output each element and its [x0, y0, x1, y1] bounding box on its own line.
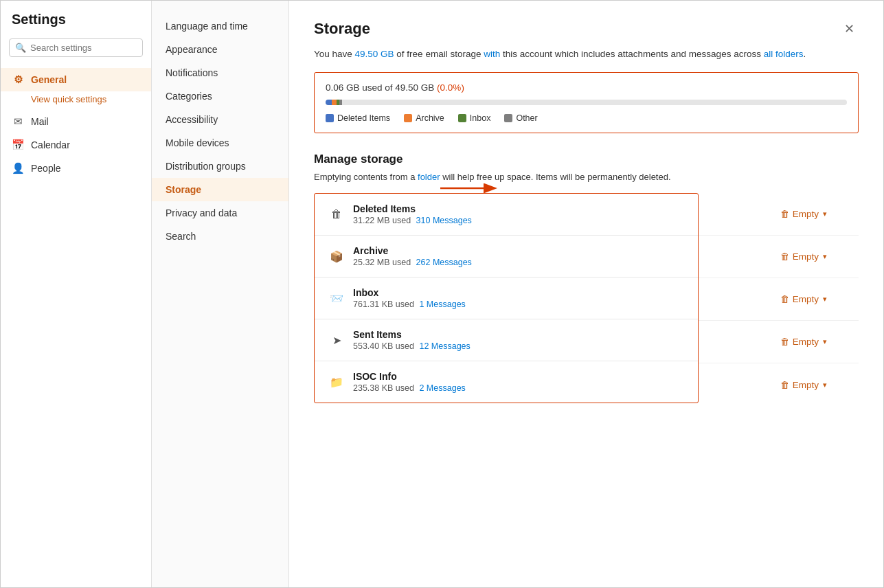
inbox-name: Inbox	[353, 287, 687, 298]
empty-button-isoc-info[interactable]: 🗑 Empty ▾	[776, 377, 831, 393]
legend-label-archive: Archive	[416, 113, 444, 123]
sidebar-mid-item-search[interactable]: Search	[152, 225, 288, 248]
bar-archive	[332, 100, 337, 105]
storage-used-text: 0.06 GB used of 49.50 GB (0.0%)	[326, 82, 847, 93]
inbox-icon: 📨	[326, 292, 348, 305]
sidebar-item-calendar[interactable]: 📅 Calendar	[1, 133, 151, 157]
empty-label-sent-items: Empty	[793, 337, 819, 347]
archive-info: Archive25.32 MB used 262 Messages	[348, 245, 687, 267]
folder-row-inbox: 📨Inbox761.31 KB used 1 Messages	[315, 278, 698, 319]
manage-storage-subtitle: Emptying contents from a folder will hel…	[314, 172, 859, 182]
bar-deleted-items	[326, 100, 332, 105]
sidebar-mid-item-distribution-groups[interactable]: Distribution groups	[152, 155, 288, 178]
sent-items-name: Sent Items	[353, 329, 687, 340]
sidebar-item-people[interactable]: 👤 People	[1, 157, 151, 180]
chevron-down-icon-deleted-items: ▾	[823, 210, 827, 218]
storage-used-percent: (0.0%)	[437, 82, 464, 93]
sidebar-mid-item-appearance[interactable]: Appearance	[152, 38, 288, 61]
folder-row-sent-items: ➤Sent Items553.40 KB used 12 Messages	[315, 319, 698, 361]
gear-icon: ⚙	[12, 74, 24, 86]
chevron-down-icon-inbox: ▾	[823, 295, 827, 304]
empty-label-archive: Empty	[793, 251, 819, 262]
legend-label-deleted: Deleted Items	[337, 113, 390, 123]
sidebar-mid-item-accessibility[interactable]: Accessibility	[152, 108, 288, 131]
archive-meta: 25.32 MB used 262 Messages	[353, 258, 687, 267]
empty-row-sent-items: 🗑 Empty ▾	[699, 321, 859, 363]
main-content: Storage ✕ You have 49.50 GB of free emai…	[289, 1, 883, 587]
mid-nav: Language and timeAppearanceNotifications…	[152, 14, 288, 248]
sent-items-info: Sent Items553.40 KB used 12 Messages	[348, 329, 687, 351]
trash-icon-inbox: 🗑	[780, 294, 790, 304]
page-title: Storage	[314, 20, 370, 38]
folder-list-box: 🗑Deleted Items31.22 MB used 310 Messages…	[314, 193, 699, 403]
legend-dot-deleted	[326, 114, 334, 122]
folder-row-isoc-info: 📁ISOC Info235.38 KB used 2 Messages	[315, 361, 698, 403]
legend-dot-other	[504, 114, 512, 122]
sidebar-item-general[interactable]: ⚙ General	[1, 68, 151, 91]
deleted-items-icon: 🗑	[326, 208, 348, 220]
search-icon: 🔍	[15, 43, 26, 53]
empty-row-deleted-items: 🗑 Empty ▾	[699, 193, 859, 236]
storage-intro-text: You have 49.50 GB of free email storage …	[314, 49, 806, 59]
search-settings-input[interactable]	[30, 43, 137, 53]
settings-title: Settings	[1, 12, 151, 38]
manage-storage-section: Manage storage Emptying contents from a …	[314, 152, 859, 406]
settings-window: Settings 🔍 ⚙ General View quick settings…	[0, 0, 884, 588]
empty-button-sent-items[interactable]: 🗑 Empty ▾	[776, 334, 831, 350]
chevron-down-icon-isoc-info: ▾	[823, 381, 827, 389]
inbox-info: Inbox761.31 KB used 1 Messages	[348, 287, 687, 309]
archive-icon: 📦	[326, 250, 348, 263]
legend-label-other: Other	[516, 113, 537, 123]
sidebar-mid-item-mobile-devices[interactable]: Mobile devices	[152, 131, 288, 155]
isoc-info-icon: 📁	[326, 376, 348, 389]
bar-other	[339, 100, 341, 105]
trash-icon-archive: 🗑	[780, 251, 790, 262]
trash-icon-deleted-items: 🗑	[780, 209, 790, 219]
left-nav: ⚙ General View quick settings ✉ Mail 📅 C…	[1, 65, 151, 183]
legend-other: Other	[504, 113, 537, 123]
empty-label-deleted-items: Empty	[793, 209, 819, 219]
close-button[interactable]: ✕	[840, 20, 859, 38]
storage-intro: You have 49.50 GB of free email storage …	[314, 47, 859, 61]
legend-label-inbox: Inbox	[470, 113, 491, 123]
sidebar-mid-item-privacy-and-data[interactable]: Privacy and data	[152, 201, 288, 225]
sidebar-item-general-label: General	[31, 74, 67, 85]
storage-legend: Deleted Items Archive Inbox Other	[326, 113, 847, 123]
isoc-info-meta: 235.38 KB used 2 Messages	[353, 383, 687, 393]
empty-button-archive[interactable]: 🗑 Empty ▾	[776, 249, 831, 264]
empty-button-inbox[interactable]: 🗑 Empty ▾	[776, 291, 831, 307]
deleted-items-meta: 31.22 MB used 310 Messages	[353, 216, 687, 225]
storage-bar-box: 0.06 GB used of 49.50 GB (0.0%) Deleted …	[314, 72, 859, 133]
legend-inbox: Inbox	[458, 113, 491, 123]
isoc-info-name: ISOC Info	[353, 371, 687, 382]
search-settings-box[interactable]: 🔍	[9, 38, 143, 57]
trash-icon-sent-items: 🗑	[780, 337, 790, 347]
empty-label-isoc-info: Empty	[793, 380, 819, 390]
sidebar-mid-item-storage[interactable]: Storage	[152, 178, 288, 201]
sent-items-icon: ➤	[326, 334, 348, 347]
chevron-down-icon-sent-items: ▾	[823, 337, 827, 346]
legend-deleted-items: Deleted Items	[326, 113, 390, 123]
deleted-items-name: Deleted Items	[353, 203, 687, 214]
folder-row-deleted-items: 🗑Deleted Items31.22 MB used 310 Messages	[315, 194, 698, 236]
sidebar-item-calendar-label: Calendar	[31, 139, 70, 150]
sidebar-mid-item-categories[interactable]: Categories	[152, 84, 288, 108]
empty-row-inbox: 🗑 Empty ▾	[699, 278, 859, 321]
view-quick-settings-link[interactable]: View quick settings	[1, 91, 151, 110]
sidebar-mid-item-language-and-time[interactable]: Language and time	[152, 14, 288, 38]
main-header: Storage ✕	[314, 20, 859, 38]
sidebar-mid-item-notifications[interactable]: Notifications	[152, 61, 288, 84]
trash-icon-isoc-info: 🗑	[780, 380, 790, 390]
sidebar-item-mail[interactable]: ✉ Mail	[1, 110, 151, 133]
mail-icon: ✉	[12, 115, 24, 128]
folder-row-archive: 📦Archive25.32 MB used 262 Messages	[315, 236, 698, 278]
manage-storage-title: Manage storage	[314, 152, 859, 166]
empty-button-deleted-items[interactable]: 🗑 Empty ▾	[776, 206, 831, 222]
folder-rows-container: 🗑Deleted Items31.22 MB used 310 Messages…	[314, 193, 859, 406]
calendar-icon: 📅	[12, 139, 24, 151]
sidebar-left: Settings 🔍 ⚙ General View quick settings…	[1, 1, 152, 587]
empty-buttons-column: 🗑 Empty ▾🗑 Empty ▾🗑 Empty ▾🗑 Empty ▾🗑 Em…	[699, 193, 859, 406]
deleted-items-info: Deleted Items31.22 MB used 310 Messages	[348, 203, 687, 225]
legend-archive: Archive	[404, 113, 444, 123]
sidebar-item-mail-label: Mail	[31, 116, 49, 127]
